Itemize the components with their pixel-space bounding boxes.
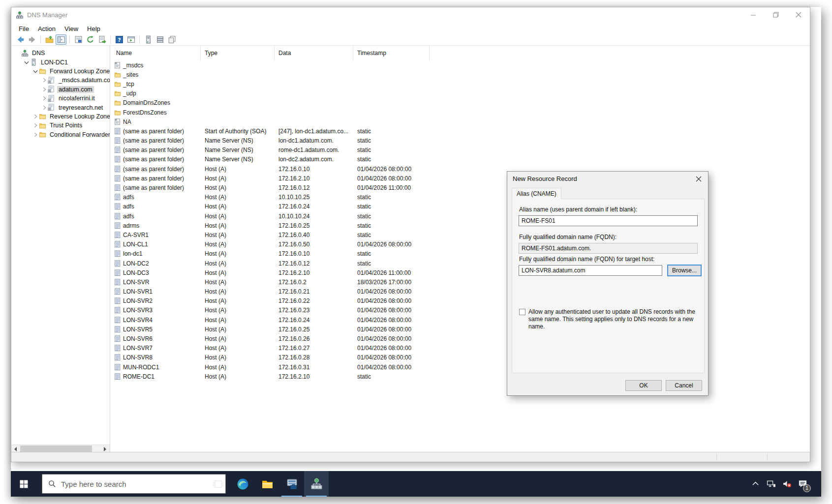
record-timestamp: 01/04/2026 08:00:00: [353, 297, 430, 304]
chevron-collapsed-icon[interactable]: [41, 77, 48, 84]
forward-icon[interactable]: [27, 34, 37, 45]
tree-item-label: Forward Lookup Zones: [48, 68, 110, 75]
menu-file[interactable]: File: [14, 24, 33, 33]
record-icon: [114, 317, 121, 324]
cancel-button[interactable]: Cancel: [666, 380, 702, 391]
volume-muted-icon[interactable]: [779, 471, 795, 497]
chevron-collapsed-icon[interactable]: [41, 95, 48, 102]
record-type: Host (A): [201, 213, 275, 220]
up-level-icon[interactable]: [44, 34, 55, 45]
table-row[interactable]: (same as parent folder)Start of Authorit…: [112, 126, 810, 136]
fqdn-label: Fully qualified domain name (FQDN):: [519, 234, 616, 240]
column-header-type[interactable]: Type: [201, 46, 275, 60]
column-header-timestamp[interactable]: Timestamp: [353, 46, 430, 60]
record-name: (same as parent folder): [123, 128, 184, 135]
start-button[interactable]: [11, 471, 36, 497]
taskbar-file-explorer[interactable]: [255, 471, 279, 497]
chevron-collapsed-icon[interactable]: [41, 104, 48, 111]
tree-item-label: Reverse Lookup Zones: [48, 113, 110, 120]
help-icon[interactable]: ?: [114, 34, 124, 45]
tab-alias-cname[interactable]: Alias (CNAME): [512, 188, 561, 199]
column-header-data[interactable]: Data: [275, 46, 353, 60]
record-type: Host (A): [201, 222, 275, 229]
export-list-icon[interactable]: [96, 34, 107, 45]
chevron-up-icon[interactable]: [747, 471, 763, 497]
tree-item-adatum-com[interactable]: adatum.com: [11, 85, 110, 94]
taskbar-edge[interactable]: [230, 471, 255, 497]
record-timestamp: 01/04/2026 08:00:00: [353, 326, 430, 333]
allow-update-checkbox[interactable]: [519, 309, 525, 315]
restore-button[interactable]: [765, 7, 787, 22]
record-icon: [114, 260, 121, 267]
chevron-collapsed-icon[interactable]: [32, 122, 39, 129]
column-header-name[interactable]: Name: [112, 46, 201, 60]
properties-icon[interactable]: [73, 34, 84, 45]
fqdn-input: [519, 243, 698, 254]
taskbar-task-view[interactable]: [206, 471, 230, 497]
record-data: 172.16.0.21: [275, 288, 353, 295]
tree-item--msdcs-adatum-com[interactable]: _msdcs.adatum.com: [11, 76, 110, 85]
table-row[interactable]: _msdcs: [112, 60, 810, 70]
record-timestamp: static: [353, 232, 430, 238]
tree-item-lon-dc1[interactable]: LON-DC1: [11, 58, 110, 66]
table-row[interactable]: NA: [112, 117, 810, 126]
tree-item-forward-lookup-zones[interactable]: Forward Lookup Zones: [11, 67, 110, 76]
target-fqdn-input[interactable]: [519, 265, 662, 276]
record-data: lon-dc1.adatum.com.: [275, 137, 353, 144]
table-row[interactable]: (same as parent folder)Name Server (NS)l…: [112, 136, 810, 146]
tree-item-dns[interactable]: DNS: [11, 49, 110, 58]
server-icon[interactable]: [143, 34, 154, 45]
tree-item-reverse-lookup-zones[interactable]: Reverse Lookup Zones: [11, 112, 110, 121]
console-window-icon[interactable]: [125, 34, 136, 45]
close-button[interactable]: [787, 7, 810, 22]
table-row[interactable]: DomainDnsZones: [112, 98, 810, 108]
tree-item-nicolaferrini-it[interactable]: nicolaferrini.it: [11, 94, 110, 103]
refresh-icon[interactable]: [85, 34, 95, 45]
tree-item-label: Conditional Forwarders: [48, 131, 110, 138]
table-row[interactable]: _udp: [112, 89, 810, 98]
menu-view[interactable]: View: [60, 24, 83, 33]
chevron-expanded-icon[interactable]: [32, 68, 39, 75]
scrollbar-thumb[interactable]: [20, 445, 92, 452]
taskbar-search-input[interactable]: Type here to search: [42, 474, 226, 494]
record-timestamp: static: [353, 128, 430, 135]
menu-help[interactable]: Help: [83, 24, 105, 33]
chevron-collapsed-icon[interactable]: [32, 131, 39, 138]
copy-icon[interactable]: [166, 34, 177, 45]
tree-item-label: DNS: [31, 50, 46, 57]
chevron-expanded-icon[interactable]: [23, 59, 30, 66]
chevron-collapsed-icon[interactable]: [41, 86, 48, 93]
record-timestamp: 01/04/2026 08:00:00: [353, 364, 430, 371]
taskbar-dns-manager[interactable]: [304, 471, 329, 497]
record-name: (same as parent folder): [123, 147, 184, 153]
minimize-button[interactable]: [742, 7, 765, 22]
alias-name-input[interactable]: [519, 215, 698, 226]
table-row[interactable]: ForestDnsZones: [112, 108, 810, 117]
record-icon: [114, 203, 121, 210]
taskbar-server-manager[interactable]: [279, 471, 304, 497]
record-type: Host (A): [201, 326, 275, 333]
record-icon: [114, 147, 121, 153]
record-data: 172.16.0.25: [275, 222, 353, 229]
folder-icon: [39, 122, 46, 129]
chevron-collapsed-icon[interactable]: [32, 113, 39, 120]
new-resource-record-dialog: New Resource Record Alias (CNAME) Alias …: [507, 171, 709, 396]
tree-item-treyresearch-net[interactable]: treyresearch.net: [11, 103, 110, 112]
list-icon[interactable]: [154, 34, 165, 45]
tree-item-trust-points[interactable]: Trust Points: [11, 121, 110, 130]
table-row[interactable]: _tcp: [112, 79, 810, 89]
notifications-icon[interactable]: 1: [795, 471, 810, 497]
ok-button[interactable]: OK: [625, 380, 662, 391]
show-console-tree-icon[interactable]: [56, 34, 66, 45]
browse-button[interactable]: Browse...: [667, 265, 702, 276]
table-row[interactable]: (same as parent folder)Name Server (NS)r…: [112, 146, 810, 155]
table-row[interactable]: _sites: [112, 70, 810, 79]
tree-item-conditional-forwarders[interactable]: Conditional Forwarders: [11, 130, 110, 139]
record-icon: [114, 345, 121, 352]
back-icon[interactable]: [15, 34, 26, 45]
menu-action[interactable]: Action: [33, 24, 60, 33]
dialog-close-icon[interactable]: [690, 172, 707, 186]
record-type: Host (A): [201, 203, 275, 210]
network-icon[interactable]: [763, 471, 779, 497]
table-row[interactable]: (same as parent folder)Name Server (NS)l…: [112, 155, 810, 164]
